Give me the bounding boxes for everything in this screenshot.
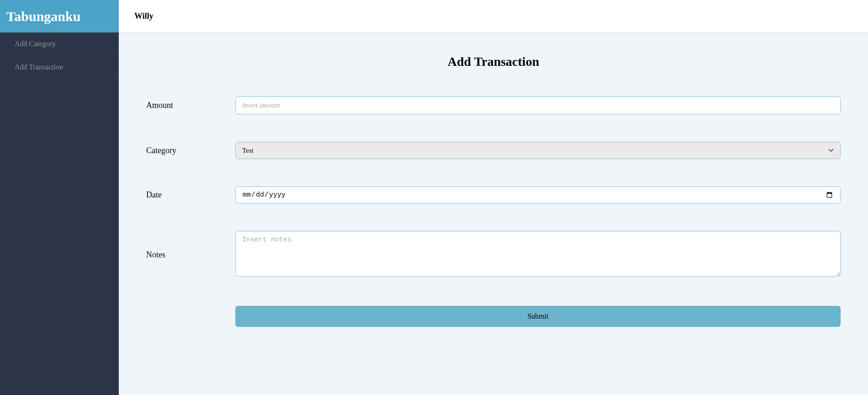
- brand-logo[interactable]: Tabunganku: [0, 0, 119, 32]
- date-input[interactable]: [235, 187, 841, 203]
- submit-row: Submit: [146, 306, 841, 327]
- category-select[interactable]: Test: [235, 142, 841, 159]
- form-row-category: Category Test: [146, 142, 841, 159]
- date-label: Date: [146, 190, 235, 200]
- sidebar: Tabunganku Add Category Add Transaction: [0, 0, 119, 395]
- topbar: Willy: [119, 0, 868, 32]
- form-row-amount: Amount: [146, 96, 841, 114]
- amount-input[interactable]: [235, 96, 841, 114]
- username-label: Willy: [134, 11, 153, 21]
- sidebar-item-add-category[interactable]: Add Category: [0, 32, 119, 56]
- sidebar-item-add-transaction[interactable]: Add Transaction: [0, 56, 119, 79]
- page-title: Add Transaction: [146, 54, 841, 69]
- form-row-notes: Notes: [146, 231, 841, 278]
- notes-textarea[interactable]: [235, 231, 841, 277]
- sidebar-nav: Add Category Add Transaction: [0, 32, 119, 79]
- amount-label: Amount: [146, 101, 235, 110]
- category-label: Category: [146, 146, 235, 155]
- main-content: Add Transaction Amount Category Test Dat…: [119, 0, 868, 395]
- submit-button[interactable]: Submit: [235, 306, 841, 327]
- form-row-date: Date: [146, 187, 841, 203]
- notes-label: Notes: [146, 250, 235, 260]
